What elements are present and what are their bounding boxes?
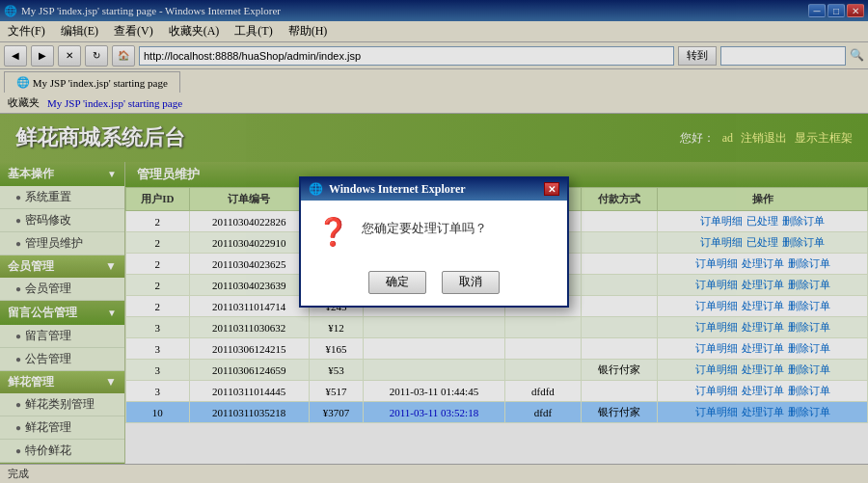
dialog-message: 您确定要处理订单吗？ [362,220,487,237]
dialog-buttons: 确定 取消 [301,263,567,306]
dialog-close-button[interactable]: ✕ [544,182,559,196]
dialog-box: 🌐 Windows Internet Explorer ✕ ❓ 您确定要处理订单… [299,176,569,308]
dialog-overlay: 🌐 Windows Internet Explorer ✕ ❓ 您确定要处理订单… [0,0,868,483]
ie-icon: 🌐 [309,182,323,197]
dialog-ok-button[interactable]: 确定 [368,271,426,294]
dialog-content: ❓ 您确定要处理订单吗？ [301,201,567,263]
question-icon: ❓ [316,216,350,248]
dialog-title-bar: 🌐 Windows Internet Explorer ✕ [301,178,567,201]
dialog-title-text: Windows Internet Explorer [329,182,466,197]
dialog-title-content: 🌐 Windows Internet Explorer [309,182,466,197]
dialog-cancel-button[interactable]: 取消 [442,271,500,294]
